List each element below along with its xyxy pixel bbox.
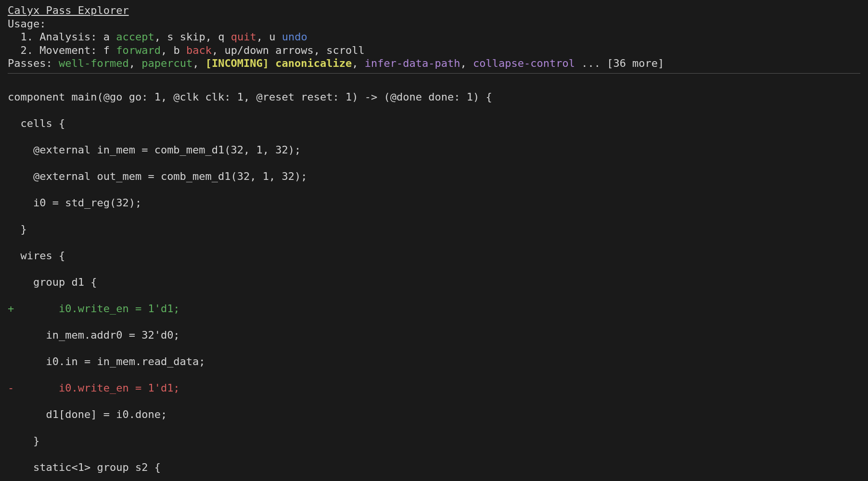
code-line: }: [8, 223, 860, 236]
code-line: }: [8, 434, 860, 448]
code-line: cells {: [8, 117, 860, 130]
cmd-accept: accept: [116, 31, 154, 43]
code-line: @external in_mem = comb_mem_d1(32, 1, 32…: [8, 143, 860, 157]
cmd-undo: undo: [282, 31, 307, 43]
code-line: wires {: [8, 249, 860, 263]
analysis-prefix: 1. Analysis:: [8, 31, 103, 43]
cmd-back: back: [186, 44, 212, 56]
cmd-quit: quit: [231, 31, 256, 43]
key-b[interactable]: b: [173, 44, 179, 56]
key-q[interactable]: q: [218, 31, 224, 43]
diff-del-line: - i0.write_en = 1'd1;: [8, 381, 860, 395]
code-line: group d1 {: [8, 276, 860, 289]
cmd-forward: forward: [116, 44, 161, 56]
pass-papercut: papercut: [141, 57, 192, 69]
code-line: in_mem.addr0 = 32'd0;: [8, 329, 860, 342]
key-u[interactable]: u: [269, 31, 275, 43]
key-a[interactable]: a: [103, 31, 110, 43]
pass-incoming-tag: [INCOMING]: [205, 57, 269, 69]
code-line: d1[done] = i0.done;: [8, 408, 860, 421]
code-line: @external out_mem = comb_mem_d1(32, 1, 3…: [8, 170, 860, 183]
pass-infer-data-path: infer-data-path: [365, 57, 460, 69]
movement-rest: , up/down arrows, scroll: [212, 44, 365, 56]
passes-label: Passes:: [8, 57, 59, 69]
usage-label: Usage:: [8, 17, 860, 31]
usage-movement: 2. Movement: f forward, b back, up/down …: [8, 44, 860, 57]
key-f[interactable]: f: [103, 44, 110, 56]
separator: [8, 73, 860, 74]
code-view[interactable]: component main(@go go: 1, @clk clk: 1, @…: [8, 77, 860, 481]
usage-analysis: 1. Analysis: a accept, s skip, q quit, u…: [8, 30, 860, 44]
diff-add-line: + i0.write_en = 1'd1;: [8, 302, 860, 316]
cmd-skip: skip: [180, 31, 205, 43]
code-line: component main(@go go: 1, @clk clk: 1, @…: [8, 90, 860, 104]
code-line: i0.in = in_mem.read_data;: [8, 355, 860, 368]
app-title: Calyx Pass Explorer: [8, 4, 860, 17]
pass-well-formed: well-formed: [59, 57, 129, 69]
code-line: static<1> group s2 {: [8, 461, 860, 474]
key-s[interactable]: s: [167, 31, 173, 43]
pass-incoming-name: canonicalize: [275, 57, 352, 69]
movement-prefix: 2. Movement:: [8, 44, 103, 56]
code-line: i0 = std_reg(32);: [8, 196, 860, 210]
passes-ellipsis: ...: [575, 57, 607, 69]
header: Calyx Pass Explorer Usage: 1. Analysis: …: [8, 4, 860, 70]
pass-collapse-control: collapse-control: [473, 57, 575, 69]
passes-more: [36 more]: [607, 57, 664, 69]
passes-line: Passes: well-formed, papercut, [INCOMING…: [8, 57, 860, 70]
